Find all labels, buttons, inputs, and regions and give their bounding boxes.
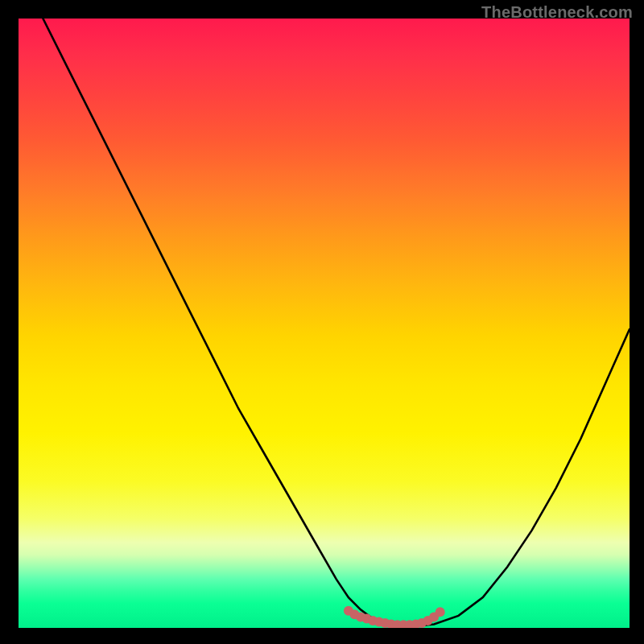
curve-path: [43, 19, 630, 627]
flat-marker: [436, 607, 445, 617]
chart-plot-area: [19, 19, 630, 628]
watermark-text: TheBottleneck.com: [481, 3, 633, 22]
bottleneck-curve: [19, 19, 630, 628]
